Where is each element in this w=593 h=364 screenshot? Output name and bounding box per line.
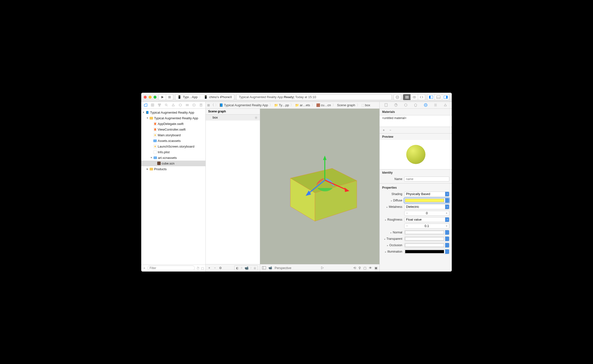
occlusion-well[interactable] xyxy=(404,243,449,248)
vp-tool-screenshot[interactable]: ▣ xyxy=(375,266,377,270)
shading-select[interactable]: Physically Based xyxy=(404,192,449,197)
library-button[interactable] xyxy=(394,94,401,100)
activity-status: Typical Augmented Reality App: Ready | T… xyxy=(236,94,392,100)
remove-node-button[interactable]: － xyxy=(213,266,217,270)
tree-file-infoplist[interactable]: Info.plist xyxy=(141,149,205,155)
tree-file-appdelegate[interactable]: AppDelegate.swift xyxy=(141,121,205,127)
recent-filter-button[interactable]: ⏱ xyxy=(196,266,200,270)
stop-button[interactable] xyxy=(166,94,173,100)
normal-well[interactable] xyxy=(404,230,449,235)
svg-rect-5 xyxy=(405,98,409,98)
tree-file-mainstoryboard[interactable]: Main.storyboard xyxy=(141,132,205,138)
related-items-button[interactable]: ⊞ xyxy=(207,103,210,107)
scene-action-3[interactable]: 📹 xyxy=(245,266,249,270)
window-controls xyxy=(144,96,156,99)
add-file-button[interactable]: ＋ xyxy=(143,266,146,270)
scene-viewport[interactable]: 📹 Perspective ⟲ ⚲ ▢ 👁 ▣ xyxy=(260,109,379,272)
scene-inspector-tab[interactable] xyxy=(442,104,448,106)
project-navigator-tab[interactable] xyxy=(143,104,148,106)
tree-folder-scnassets[interactable]: ▼art.scnassets xyxy=(141,155,205,161)
materials-list[interactable]: <untitled material> xyxy=(380,115,452,127)
navigator-filter-input[interactable] xyxy=(147,266,195,271)
scene-action-5[interactable]: ◉ xyxy=(253,266,256,270)
version-editor-button[interactable] xyxy=(418,94,425,100)
metalness-select[interactable]: Dielectric xyxy=(404,204,449,209)
remove-material-button[interactable]: － xyxy=(389,128,392,132)
diffuse-color-well[interactable] xyxy=(404,198,449,203)
tree-file-assets[interactable]: Assets.xcassets xyxy=(141,138,205,144)
toggle-outline-button[interactable] xyxy=(262,266,266,269)
zoom-window-button[interactable] xyxy=(154,96,156,99)
metalness-stepper[interactable]: −0+ xyxy=(404,211,449,216)
assistant-editor-button[interactable] xyxy=(410,94,418,100)
report-navigator-tab[interactable] xyxy=(199,104,203,106)
transparent-well[interactable] xyxy=(404,236,449,241)
scene-action-4[interactable]: ⑂ xyxy=(250,266,252,270)
material-name-field[interactable] xyxy=(404,177,449,182)
camera-mode-selector[interactable]: Perspective xyxy=(275,266,291,270)
jumpbar-group[interactable]: 📁Ty…pp xyxy=(274,103,289,107)
physics-inspector-tab[interactable] xyxy=(433,104,438,106)
jumpbar-scene[interactable]: Scene graph xyxy=(337,103,355,107)
roughness-stepper[interactable]: −0.1+ xyxy=(404,224,449,228)
standard-editor-button[interactable] xyxy=(403,94,410,100)
nav-forward-button[interactable]: 〉 xyxy=(215,103,218,107)
scene-graph-header: Scene graph xyxy=(206,109,260,115)
jumpbar-project[interactable]: 📘Typical Augmented Reality App xyxy=(219,103,268,107)
play-scene-button[interactable] xyxy=(321,266,324,269)
toggle-navigator-button[interactable] xyxy=(427,94,435,100)
toggle-debug-button[interactable] xyxy=(435,94,442,100)
metalness-label: Metalness xyxy=(382,205,402,209)
nav-back-button[interactable]: 〈 xyxy=(211,103,214,107)
illumination-label: Illumination xyxy=(382,250,402,253)
jumpbar-assets[interactable]: 📁ar…ets xyxy=(295,103,310,107)
illumination-well[interactable] xyxy=(404,249,449,254)
svg-rect-18 xyxy=(158,104,159,105)
scm-filter-button[interactable]: ▢ xyxy=(201,266,204,270)
scheme-selector[interactable]: 📱 Typi…App 〉 📱 chino's iPhoneX xyxy=(175,94,234,100)
find-navigator-tab[interactable] xyxy=(164,104,169,106)
tree-folder-products[interactable]: ▶Products xyxy=(141,166,205,172)
preview-section-header: Preview xyxy=(380,134,452,140)
jumpbar-scn[interactable]: 🟫cu…cn xyxy=(316,103,331,107)
attributes-inspector-tab[interactable] xyxy=(413,103,419,107)
issue-navigator-tab[interactable] xyxy=(171,104,176,106)
inspector-panel: ? Materials <untitled material> ＋ － Prev… xyxy=(379,102,452,272)
toggle-inspector-button[interactable] xyxy=(442,94,449,100)
roughness-select[interactable]: Float value xyxy=(404,217,449,222)
breakpoint-navigator-tab[interactable] xyxy=(192,104,197,106)
tree-file-launchscreen[interactable]: LaunchScreen.storyboard xyxy=(141,144,205,149)
tree-group[interactable]: ▼Typical Augmented Reality App xyxy=(141,115,205,121)
minimize-window-button[interactable] xyxy=(149,96,152,99)
scene-node-box[interactable]: box ◉ xyxy=(206,115,260,121)
vp-tool-visibility[interactable]: 👁 xyxy=(369,266,372,270)
test-navigator-tab[interactable] xyxy=(178,104,183,106)
add-node-button[interactable]: ＋ xyxy=(208,266,211,270)
debug-navigator-tab[interactable] xyxy=(185,104,190,106)
jumpbar-node[interactable]: ⬚box xyxy=(361,103,370,107)
vp-tool-frame[interactable]: ▢ xyxy=(363,266,366,270)
tree-file-cube-scn[interactable]: cube.scn xyxy=(141,161,205,166)
tree-file-viewcontroller[interactable]: ViewController.swift xyxy=(141,127,205,132)
scene-action-2[interactable]: ☀ xyxy=(240,266,243,270)
vp-tool-orbit[interactable]: ⟲ xyxy=(353,266,356,270)
vp-tool-gizmo[interactable]: ⚲ xyxy=(359,266,361,270)
close-window-button[interactable] xyxy=(144,96,147,99)
source-control-navigator-tab[interactable] xyxy=(150,104,155,106)
svg-point-2 xyxy=(397,96,398,98)
file-inspector-tab[interactable] xyxy=(383,103,389,107)
svg-rect-14 xyxy=(446,96,448,98)
material-item[interactable]: <untitled material> xyxy=(380,115,452,121)
scene-settings-button[interactable]: ⚙ xyxy=(219,266,222,270)
symbol-navigator-tab[interactable] xyxy=(157,104,162,106)
run-button[interactable] xyxy=(158,94,166,100)
tree-project-root[interactable]: ▼📘Typical Augmented Reality App xyxy=(141,110,205,115)
inspector-tabs: ? xyxy=(380,102,452,109)
svg-rect-9 xyxy=(429,96,430,98)
add-material-button[interactable]: ＋ xyxy=(382,128,385,132)
help-inspector-tab[interactable]: ? xyxy=(393,103,399,107)
svg-text:?: ? xyxy=(395,103,397,107)
scene-action-1[interactable]: ◐ xyxy=(236,266,239,270)
materials-inspector-tab[interactable] xyxy=(423,103,429,107)
node-inspector-tab[interactable] xyxy=(403,103,409,107)
